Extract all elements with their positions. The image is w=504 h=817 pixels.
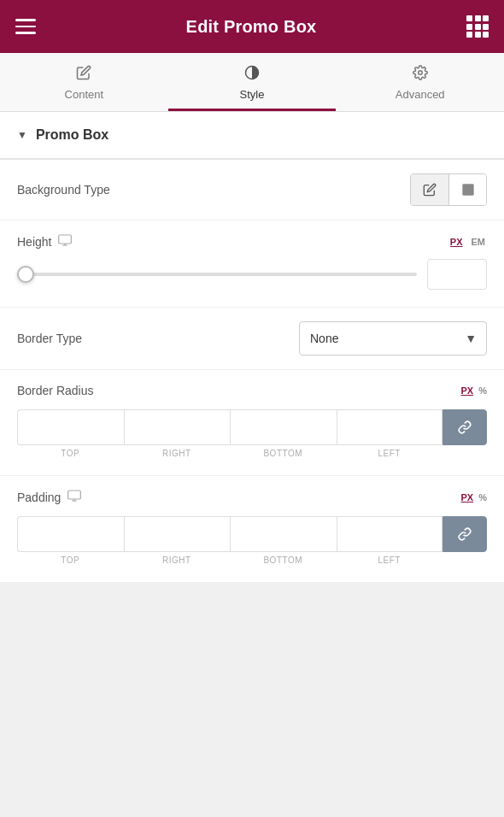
border-radius-labels: TOP RIGHT BOTTOM LEFT xyxy=(17,449,487,458)
background-type-label: Background Type xyxy=(17,183,110,197)
tab-bar: Content Style Advanced xyxy=(0,53,504,112)
border-type-select[interactable]: None Solid Dashed Dotted Double xyxy=(299,321,487,356)
height-slider[interactable] xyxy=(17,273,417,276)
height-unit-em-button[interactable]: EM xyxy=(470,236,488,248)
padding-link-button[interactable] xyxy=(442,516,487,552)
border-radius-top-input[interactable] xyxy=(17,409,124,445)
gear-icon xyxy=(413,65,428,85)
border-type-select-wrapper: None Solid Dashed Dotted Double ▼ xyxy=(299,321,487,356)
border-radius-left-input[interactable] xyxy=(337,409,443,445)
border-radius-right-label: RIGHT xyxy=(124,449,231,458)
padding-unit-toggle: PX % xyxy=(461,492,487,503)
height-field: Height PX EM xyxy=(0,220,504,308)
border-radius-label: Border Radius xyxy=(17,384,94,397)
padding-top-label: TOP xyxy=(17,555,124,565)
padding-monitor-icon xyxy=(67,490,81,504)
padding-left-input[interactable] xyxy=(337,516,443,552)
border-radius-unit-px[interactable]: PX xyxy=(461,385,474,396)
section-title: Promo Box xyxy=(36,127,108,143)
border-radius-bottom-input[interactable] xyxy=(230,409,337,445)
tab-style[interactable]: Style xyxy=(168,53,337,111)
tab-content-label: Content xyxy=(65,88,104,101)
page-title: Edit Promo Box xyxy=(186,17,317,37)
padding-left-label: LEFT xyxy=(337,555,443,565)
border-radius-right-cell xyxy=(124,409,231,445)
background-type-field: Background Type xyxy=(0,160,504,220)
border-type-field: Border Type None Solid Dashed Dotted Dou… xyxy=(0,308,504,370)
padding-right-label: RIGHT xyxy=(124,555,231,565)
border-radius-field: Border Radius PX % xyxy=(0,370,504,476)
border-radius-top-cell xyxy=(17,409,124,445)
padding-right-cell xyxy=(124,516,231,552)
padding-bottom-cell xyxy=(230,516,337,552)
border-radius-link-button[interactable] xyxy=(442,409,487,445)
border-radius-bottom-label: BOTTOM xyxy=(230,449,337,458)
pencil-icon xyxy=(76,65,91,85)
apps-grid-icon[interactable] xyxy=(466,15,489,38)
padding-bottom-input[interactable] xyxy=(230,516,337,552)
hamburger-menu-icon[interactable] xyxy=(15,19,36,34)
height-label: Height xyxy=(17,235,51,249)
tab-advanced-label: Advanced xyxy=(396,88,445,101)
border-radius-top-label: TOP xyxy=(17,449,124,458)
padding-labels: TOP RIGHT BOTTOM LEFT xyxy=(17,555,487,565)
padding-left-cell xyxy=(337,516,443,552)
style-icon xyxy=(244,65,260,85)
border-radius-left-cell xyxy=(337,409,443,445)
bg-type-solid-button[interactable] xyxy=(448,174,486,205)
padding-field: Padding PX % xyxy=(0,476,504,583)
app-header: Edit Promo Box xyxy=(0,0,504,53)
bg-type-paint-button[interactable] xyxy=(411,174,448,205)
padding-bottom-label: BOTTOM xyxy=(230,555,337,565)
padding-label: Padding xyxy=(17,490,81,504)
border-radius-bottom-cell xyxy=(230,409,337,445)
background-type-toggle xyxy=(410,173,487,206)
height-slider-row xyxy=(17,259,487,290)
height-unit-toggle: PX EM xyxy=(448,236,487,248)
promo-box-section-header[interactable]: ▼ Promo Box xyxy=(0,112,504,159)
height-input[interactable] xyxy=(427,259,487,290)
border-radius-unit-toggle: PX % xyxy=(461,385,487,396)
svg-point-1 xyxy=(418,71,422,75)
border-radius-inputs xyxy=(17,409,487,445)
padding-right-input[interactable] xyxy=(124,516,231,552)
monitor-icon xyxy=(58,234,72,249)
border-radius-unit-percent[interactable]: % xyxy=(478,385,487,396)
collapse-arrow-icon: ▼ xyxy=(17,129,27,141)
tab-advanced[interactable]: Advanced xyxy=(336,53,504,111)
padding-inputs xyxy=(17,516,487,552)
style-content: Background Type Height xyxy=(0,160,504,583)
tab-content[interactable]: Content xyxy=(0,53,168,111)
border-radius-right-input[interactable] xyxy=(124,409,231,445)
padding-unit-percent[interactable]: % xyxy=(478,492,487,503)
padding-top-cell xyxy=(17,516,124,552)
tab-style-label: Style xyxy=(240,88,265,101)
padding-unit-px[interactable]: PX xyxy=(461,492,474,503)
svg-rect-6 xyxy=(68,491,81,499)
svg-rect-2 xyxy=(462,184,473,195)
border-type-label: Border Type xyxy=(17,332,82,345)
svg-rect-3 xyxy=(59,235,72,244)
border-radius-left-label: LEFT xyxy=(337,449,443,458)
height-unit-px-button[interactable]: PX xyxy=(448,236,465,248)
padding-top-input[interactable] xyxy=(17,516,124,552)
